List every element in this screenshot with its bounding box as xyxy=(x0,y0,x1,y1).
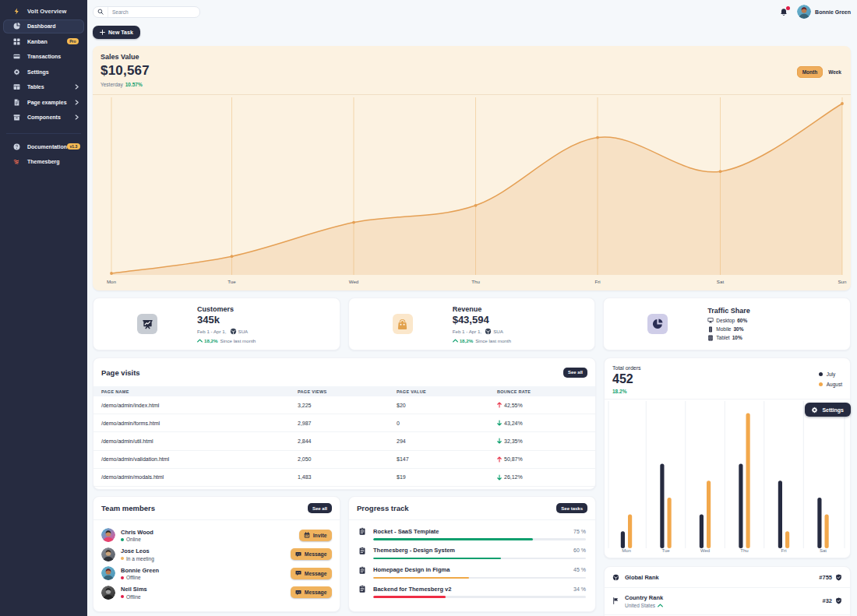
sidebar-item-kanban[interactable]: KanbanPro xyxy=(3,34,84,50)
topbar-right: Bonnie Green xyxy=(780,5,851,19)
progress-bar-track xyxy=(373,558,586,560)
status-dot xyxy=(121,576,124,579)
page-name-cell[interactable]: /demo/admin/modals.html xyxy=(93,474,290,480)
team-see-all-button[interactable]: See all xyxy=(308,503,332,513)
bounce-rate-value: 50,87% xyxy=(504,456,523,462)
member-action-label: Message xyxy=(305,590,327,595)
new-task-button[interactable]: New Task xyxy=(93,26,140,39)
chart-settings-button[interactable]: Settings xyxy=(805,403,851,417)
stat-card-text: Customers345kFeb 1 - Apr 1,SUA18,2%Since… xyxy=(197,305,256,343)
status-dot xyxy=(121,557,124,560)
member-status: Online xyxy=(121,537,153,542)
chat-icon xyxy=(295,551,302,558)
team-member-row: Bonnie GreenOfflineMessage xyxy=(101,564,332,583)
page-visits-see-all-button[interactable]: See all xyxy=(563,368,587,378)
legend-label: August xyxy=(827,382,842,387)
caret-up-icon xyxy=(197,339,203,343)
sidebar-item-dashboard[interactable]: Dashboard xyxy=(3,19,84,33)
arrow-up-icon xyxy=(497,402,502,408)
rank-subtitle-text: United States xyxy=(625,603,655,608)
sidebar-brand[interactable]: Volt Overview xyxy=(3,5,84,17)
progress-bar-track xyxy=(373,577,586,579)
page-views-cell: 2,844 xyxy=(290,438,389,444)
rank-right: #755 xyxy=(819,574,842,581)
member-avatar[interactable] xyxy=(101,528,115,542)
notifications-bell[interactable] xyxy=(780,8,788,16)
traffic-value: 60% xyxy=(737,318,747,323)
user-avatar[interactable] xyxy=(797,5,811,19)
sidebar-item-themesberg[interactable]: Themesberg xyxy=(3,154,84,170)
sales-card-header: Sales Value $10,567 Yesterday10.57% Mont… xyxy=(93,46,851,94)
month-button[interactable]: Month xyxy=(797,66,823,78)
chevron-right-icon xyxy=(75,100,79,105)
page-visits-table-header: PAGE NAMEPAGE VIEWSPAGE VALUEBOUNCE RATE xyxy=(93,386,595,396)
chevron-right-icon xyxy=(75,114,79,120)
member-action-label: Message xyxy=(305,571,327,576)
stat-title: Customers xyxy=(197,305,256,313)
member-status-text: In a meeting xyxy=(126,556,154,561)
orders-chart-svg: MonTueWedThuFriSat xyxy=(605,400,851,559)
box-icon xyxy=(13,114,20,121)
member-avatar[interactable] xyxy=(101,586,115,600)
sales-line-chart: MonTueWedThuFriSatSun xyxy=(93,95,851,290)
week-button[interactable]: Week xyxy=(828,69,841,75)
member-action-label: Message xyxy=(305,551,327,557)
shield-icon xyxy=(835,597,842,604)
sidebar-item-page-examples[interactable]: Page examples xyxy=(3,95,84,111)
user-name[interactable]: Bonnie Green xyxy=(815,9,851,15)
sales-delta: 10.57% xyxy=(125,82,143,87)
member-message-button[interactable]: Message xyxy=(291,568,332,579)
member-invite-button[interactable]: Invite xyxy=(299,530,332,541)
traffic-label: Mobile xyxy=(716,326,731,332)
member-avatar[interactable] xyxy=(101,547,115,561)
sales-chart-svg: MonTueWedThuFriSatSun xyxy=(93,95,851,290)
total-orders-value: 452 xyxy=(612,372,842,386)
legend-dot xyxy=(819,382,823,386)
member-name[interactable]: Jose Leos xyxy=(121,547,154,554)
bounce-rate-cell: 42,55% xyxy=(489,402,595,408)
member-name[interactable]: Bonnie Green xyxy=(121,567,159,574)
clipboard-icon xyxy=(358,547,366,554)
search-input[interactable] xyxy=(108,9,199,15)
table-icon xyxy=(13,83,20,90)
stat-delta-value: 18,2% xyxy=(204,338,218,343)
page-name-cell[interactable]: /demo/admin/index.html xyxy=(93,403,290,408)
table-row: /demo/admin/modals.html1,483$1926,12% xyxy=(93,469,595,487)
table-row: /demo/admin/validation.html2,050$14750,8… xyxy=(93,451,595,469)
member-name[interactable]: Chris Wood xyxy=(121,529,153,536)
table-row: /demo/admin/forms.html2,987043,24% xyxy=(93,414,595,432)
stats-row: Customers345kFeb 1 - Apr 1,SUA18,2%Since… xyxy=(93,297,851,350)
progress-label: Backend for Themesberg v2 xyxy=(373,586,451,593)
page-name-cell[interactable]: /demo/admin/forms.html xyxy=(93,421,290,426)
page-views-cell: 1,483 xyxy=(290,474,389,480)
progress-see-tasks-button[interactable]: See tasks xyxy=(556,503,587,513)
progress-track-list: Rocket - SaaS Template75 %Themesberg - D… xyxy=(349,520,595,602)
member-message-button[interactable]: Message xyxy=(291,548,332,560)
sidebar-item-components[interactable]: Components xyxy=(3,110,84,125)
caret-up-icon xyxy=(453,339,458,343)
page-name-cell[interactable]: /demo/admin/util.html xyxy=(93,438,290,444)
traffic-row-tablet: Tablet10% xyxy=(707,335,750,341)
progress-percent: 45 % xyxy=(573,567,586,572)
arrow-down-icon xyxy=(497,420,502,426)
page-value-cell: $147 xyxy=(389,456,489,462)
sidebar-item-label: Transactions xyxy=(27,54,61,59)
stat-period: Feb 1 - Apr 1,SUA xyxy=(453,328,511,335)
flag-icon xyxy=(612,597,619,604)
sidebar-item-documentation[interactable]: Documentationv1.3 xyxy=(3,139,84,155)
sidebar-item-transactions[interactable]: Transactions xyxy=(3,49,84,65)
member-name[interactable]: Neil Sims xyxy=(121,586,147,593)
progress-percent: 34 % xyxy=(573,586,586,592)
arrow-down-icon xyxy=(497,438,502,444)
member-avatar[interactable] xyxy=(101,566,115,580)
member-message-button[interactable]: Message xyxy=(291,586,332,598)
new-task-label: New Task xyxy=(108,30,133,35)
sidebar-item-settings[interactable]: Settings xyxy=(3,65,84,80)
chart-legend: JulyAugust xyxy=(819,371,842,392)
page-name-cell[interactable]: /demo/admin/validation.html xyxy=(93,456,290,462)
progress-row: Rocket - SaaS Template75 % xyxy=(358,525,586,544)
sidebar-item-tables[interactable]: Tables xyxy=(3,79,84,95)
traffic-label: Tablet xyxy=(716,335,729,340)
topbar: Bonnie Green xyxy=(93,0,851,21)
total-orders-bar-chart: MonTueWedThuFriSat xyxy=(605,400,850,558)
